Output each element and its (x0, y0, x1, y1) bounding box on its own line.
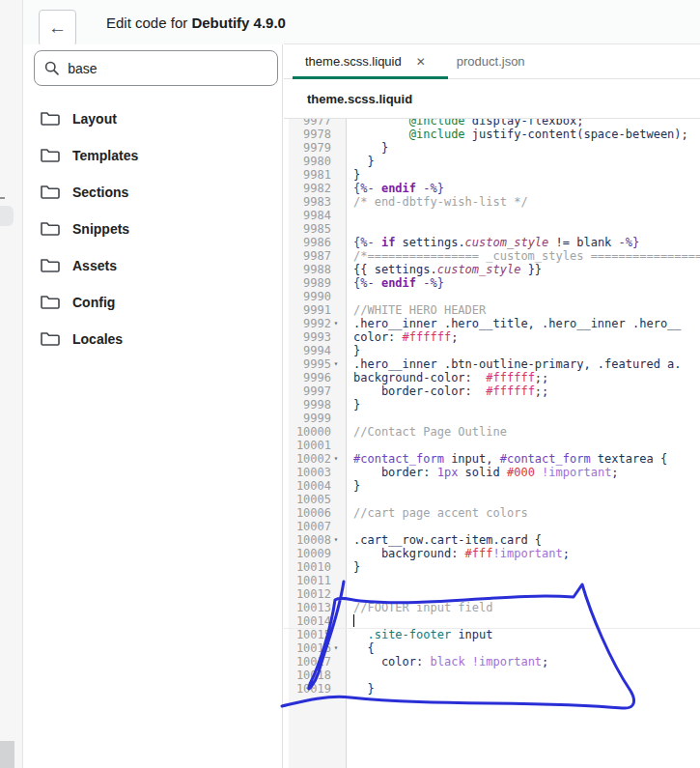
code-text: } (341, 344, 700, 357)
code-line[interactable]: 9987/*================ _custom_styles ==… (284, 249, 700, 263)
sidebar-folder-snippets[interactable]: Snippets (23, 211, 282, 247)
code-line[interactable]: 10009 background: #fff!important; (284, 547, 700, 560)
fold-arrow-icon[interactable]: ▾ (331, 357, 341, 371)
code-text: .cart__row.cart-item.card { (341, 533, 700, 547)
folder-icon (41, 111, 60, 127)
code-text: //Contact Page Outline (341, 425, 700, 439)
code-line[interactable]: 10019 } (284, 682, 700, 696)
code-text (341, 587, 700, 601)
line-number: 10007 (289, 520, 331, 533)
code-text: {{ settings.custom_style }} (341, 263, 700, 276)
line-number: 10018 (289, 668, 331, 682)
fold-spacer (331, 628, 341, 641)
line-number: 9994 (289, 344, 331, 357)
code-line[interactable]: 9992▾.hero__inner .hero__title, .hero__i… (284, 317, 700, 330)
fold-arrow-icon[interactable]: ▾ (331, 317, 341, 330)
code-line[interactable]: 10000//Contact Page Outline (284, 425, 700, 439)
fold-arrow-icon[interactable]: ▾ (331, 641, 341, 655)
code-text: @include justify-content(space-between); (341, 128, 700, 141)
fold-spacer (331, 330, 341, 344)
code-area[interactable]: 9977 @include display-flexbox;9978 @incl… (284, 119, 700, 768)
code-line[interactable]: 9996background-color: #ffffff;; (284, 371, 700, 384)
sidebar-folder-config[interactable]: Config (23, 284, 282, 321)
tab-product-json[interactable]: product.json (457, 54, 525, 69)
code-line[interactable]: 9980 } (284, 155, 700, 168)
code-line[interactable]: 9982{%- endif -%} (284, 182, 700, 195)
folder-list: LayoutTemplatesSectionsSnippetsAssetsCon… (23, 100, 282, 357)
line-number: 10001 (289, 439, 331, 452)
line-number: 10005 (289, 493, 331, 506)
fold-spacer (331, 236, 341, 249)
code-line[interactable]: 9998} (284, 398, 700, 412)
file-search-box[interactable] (34, 50, 278, 86)
code-line[interactable]: 10014 (284, 614, 700, 628)
file-title-text: theme.scss.liquid (307, 92, 412, 106)
code-line[interactable]: 10003 border: 1px solid #000 !important; (284, 466, 700, 479)
code-line[interactable]: 9984 (284, 209, 700, 222)
folder-icon (41, 331, 60, 347)
code-line[interactable]: 10004} (284, 479, 700, 493)
code-line[interactable]: 10015 .site-footer input (284, 628, 700, 641)
code-line[interactable]: 10011 (284, 574, 700, 587)
code-line[interactable]: 10010} (284, 560, 700, 574)
sidebar-folder-assets[interactable]: Assets (23, 247, 282, 284)
code-line[interactable]: 10008▾.cart__row.cart-item.card { (284, 533, 700, 547)
folder-icon (41, 148, 60, 163)
fold-arrow-icon[interactable]: ▾ (331, 452, 341, 466)
code-text: .site-footer input (341, 628, 700, 641)
code-line[interactable]: 10001 (284, 439, 700, 452)
code-line[interactable]: 9990 (284, 290, 700, 303)
code-line[interactable]: 9993color: #ffffff; (284, 330, 700, 344)
code-text: color: black !important; (341, 655, 700, 668)
search-input[interactable] (68, 61, 267, 76)
code-line[interactable]: 9988{{ settings.custom_style }} (284, 263, 700, 276)
code-line[interactable]: 10005 (284, 493, 700, 506)
code-line[interactable]: 10013//FOOTER input field (284, 601, 700, 614)
sidebar-folder-sections[interactable]: Sections (23, 174, 282, 211)
code-line[interactable]: 9978 @include justify-content(space-betw… (284, 128, 700, 141)
page-title-prefix: Edit code for (106, 14, 191, 31)
active-tab-underline (293, 76, 448, 79)
folder-icon (41, 258, 60, 273)
file-sidebar: LayoutTemplatesSectionsSnippetsAssetsCon… (23, 44, 283, 768)
code-line[interactable]: 10007 (284, 520, 700, 533)
code-line[interactable]: 9983/* end-dbtfy-wish-list */ (284, 195, 700, 209)
code-line[interactable]: 9981} (284, 168, 700, 182)
code-line[interactable]: 9997 border-color: #ffffff;; (284, 384, 700, 398)
folder-label: Config (72, 295, 115, 310)
fold-spacer (331, 249, 341, 263)
fold-spacer (331, 668, 341, 682)
code-line[interactable]: 9999 (284, 412, 700, 425)
line-number: 9988 (289, 263, 331, 276)
code-line[interactable]: 10016▾ { (284, 641, 700, 655)
close-tab-icon[interactable]: ✕ (416, 55, 426, 69)
back-button[interactable]: ← (39, 10, 76, 46)
code-line[interactable]: 9986{%- if settings.custom_style != blan… (284, 236, 700, 249)
folder-label: Templates (72, 148, 138, 163)
tab-theme-scss-liquid[interactable]: theme.scss.liquid ✕ (284, 54, 426, 69)
code-line[interactable]: 9979 } (284, 141, 700, 155)
line-number: 10017 (289, 655, 331, 668)
code-text: } (341, 141, 700, 155)
code-line[interactable]: 9985 (284, 222, 700, 236)
folder-label: Sections (72, 185, 128, 200)
code-line[interactable]: 9989{%- endif -%} (284, 276, 700, 290)
code-text: #contact_form input, #contact_form texta… (341, 452, 700, 466)
code-line[interactable]: 9994} (284, 344, 700, 357)
sidebar-folder-templates[interactable]: Templates (23, 137, 282, 174)
sidebar-folder-locales[interactable]: Locales (23, 321, 282, 357)
fold-spacer (331, 655, 341, 668)
fold-spacer (331, 520, 341, 533)
sidebar-folder-layout[interactable]: Layout (23, 100, 282, 137)
code-line[interactable]: 10006//cart page accent colors (284, 506, 700, 520)
code-line[interactable]: 10018 (284, 668, 700, 682)
code-line[interactable]: 9995▾.hero__inner .btn-outline-primary, … (284, 357, 700, 371)
code-line[interactable]: 9977 @include display-flexbox; (284, 119, 700, 128)
code-line[interactable]: 10017 color: black !important; (284, 655, 700, 668)
page-title: Edit code for Debutify 4.9.0 (106, 0, 286, 44)
folder-label: Locales (72, 331, 123, 347)
code-line[interactable]: 9991//WHITE HERO HEADER (284, 303, 700, 317)
code-line[interactable]: 10012 (284, 587, 700, 601)
fold-arrow-icon[interactable]: ▾ (331, 533, 341, 547)
code-line[interactable]: 10002▾#contact_form input, #contact_form… (284, 452, 700, 466)
